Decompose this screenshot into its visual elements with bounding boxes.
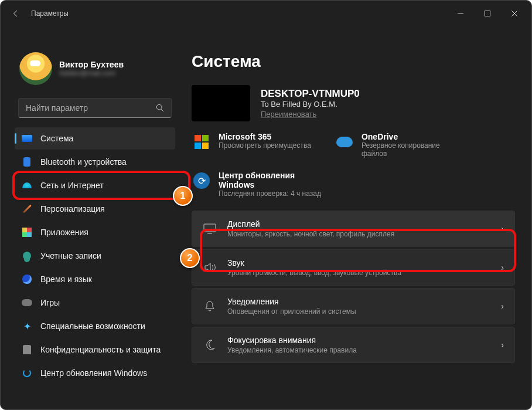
chevron-right-icon: ›	[501, 340, 504, 350]
rename-link[interactable]: Переименовать	[261, 110, 360, 118]
list-item-sub: Уведомления, автоматические правила	[227, 346, 490, 354]
sidebar-item-label: Bluetooth и устройства	[40, 157, 127, 167]
sidebar-item-label: Игры	[40, 298, 60, 307]
onedrive-icon	[335, 132, 354, 152]
user-name: Виктор Бухтеев	[59, 60, 124, 69]
search-input[interactable]	[26, 103, 156, 113]
search-icon	[156, 104, 164, 112]
card-windows-update[interactable]: ⟳ Центр обновления Windows Последняя про…	[192, 171, 321, 198]
maximize-button[interactable]	[474, 4, 501, 23]
apps-icon	[22, 227, 32, 238]
sidebar-item-accessibility[interactable]: ✦Специальные возможности	[15, 315, 175, 337]
person-icon	[22, 250, 32, 261]
step-badge-2: 2	[180, 248, 200, 268]
globe-icon	[22, 274, 32, 284]
window-title: Параметры	[31, 9, 69, 18]
sidebar-item-system[interactable]: Система	[15, 127, 175, 150]
minimize-button[interactable]	[447, 4, 474, 23]
sidebar-item-label: Сеть и Интернет	[40, 181, 104, 190]
card-title: Центр обновления Windows	[219, 171, 318, 189]
update-icon	[22, 368, 32, 378]
sidebar-item-label: Приложения	[40, 228, 88, 237]
avatar	[19, 52, 52, 85]
list-item-title: Фокусировка внимания	[227, 336, 490, 345]
sidebar-item-label: Центр обновления Windows	[40, 368, 147, 378]
sidebar-item-apps[interactable]: Приложения	[15, 221, 175, 243]
settings-list: Дисплей Мониторы, яркость, ночной свет, …	[192, 211, 515, 363]
card-onedrive[interactable]: OneDrive Резервное копирование файлов	[335, 132, 461, 158]
sidebar-item-label: Персонализация	[40, 204, 105, 214]
user-email: hidden@mail.com	[59, 69, 124, 77]
sidebar-item-label: Специальные возможности	[40, 321, 145, 331]
page-title: Система	[192, 52, 515, 71]
ms365-icon	[192, 132, 212, 152]
info-cards: Microsoft 365 Просмотреть преимущества O…	[192, 132, 515, 158]
device-info: DESKTOP-VTNMUP0 To Be Filled By O.E.M. П…	[192, 85, 515, 121]
list-item-title: Дисплей	[227, 219, 490, 229]
card-sub: Последняя проверка: 4 ч назад	[219, 189, 321, 198]
svg-point-1	[156, 104, 162, 110]
nav: Система Bluetooth и устройства Сеть и Ин…	[15, 127, 175, 384]
step-badge-1: 1	[173, 186, 193, 206]
list-item-display[interactable]: Дисплей Мониторы, яркость, ночной свет, …	[192, 211, 515, 247]
card-title: OneDrive	[362, 132, 461, 141]
moon-icon	[203, 339, 217, 351]
display-icon	[203, 223, 217, 234]
windows-update-icon: ⟳	[192, 171, 212, 191]
list-item-sub: Уровни громкости, вывод, ввод, звуковые …	[227, 269, 490, 277]
bell-icon	[203, 300, 217, 312]
back-button[interactable]	[9, 9, 23, 18]
sidebar-item-accounts[interactable]: Учетные записи	[15, 245, 175, 267]
search-box[interactable]	[18, 98, 172, 118]
device-name: DESKTOP-VTNMUP0	[261, 88, 360, 100]
list-item-notifications[interactable]: Уведомления Оповещения от приложений и с…	[192, 288, 515, 324]
sidebar-item-privacy[interactable]: Конфиденциальность и защита	[15, 338, 175, 361]
device-thumbnail	[192, 85, 250, 121]
sidebar: Виктор Бухтеев hidden@mail.com Система B…	[1, 26, 182, 409]
card-title: Microsoft 365	[219, 132, 311, 141]
card-ms365[interactable]: Microsoft 365 Просмотреть преимущества	[192, 132, 311, 158]
chevron-right-icon: ›	[501, 224, 504, 233]
device-oem: To Be Filled By O.E.M.	[261, 100, 360, 109]
list-item-title: Уведомления	[227, 297, 490, 306]
accessibility-icon: ✦	[22, 321, 32, 331]
sound-icon	[203, 262, 217, 273]
shield-icon	[22, 344, 32, 355]
wifi-icon	[22, 180, 32, 191]
settings-window: Параметры Виктор Бухтеев hidden@mail.com	[0, 0, 532, 410]
sidebar-item-personalization[interactable]: Персонализация	[15, 198, 175, 220]
card-sub: Резервное копирование файлов	[362, 141, 461, 158]
main-panel: Система DESKTOP-VTNMUP0 To Be Filled By …	[182, 26, 531, 409]
svg-rect-0	[485, 11, 490, 16]
titlebar: Параметры	[1, 1, 531, 26]
brush-icon	[22, 204, 32, 214]
sidebar-item-label: Время и язык	[40, 275, 92, 284]
sidebar-item-label: Система	[40, 134, 73, 143]
gamepad-icon	[22, 297, 32, 308]
system-icon	[22, 133, 32, 144]
sidebar-item-bluetooth[interactable]: Bluetooth и устройства	[15, 151, 175, 173]
sidebar-item-label: Конфиденциальность и защита	[40, 345, 161, 354]
list-item-sub: Оповещения от приложений и системы	[227, 307, 490, 316]
card-sub: Просмотреть преимущества	[219, 141, 311, 150]
list-item-focus-assist[interactable]: Фокусировка внимания Уведомления, автома…	[192, 327, 515, 363]
sidebar-item-windows-update[interactable]: Центр обновления Windows	[15, 362, 175, 384]
bluetooth-icon	[22, 157, 32, 167]
chevron-right-icon: ›	[501, 263, 504, 272]
user-block[interactable]: Виктор Бухтеев hidden@mail.com	[15, 26, 175, 97]
svg-rect-2	[204, 224, 216, 232]
sidebar-item-network[interactable]: Сеть и Интернет	[15, 174, 175, 196]
close-button[interactable]	[501, 4, 528, 23]
sidebar-item-time-language[interactable]: Время и язык	[15, 268, 175, 290]
list-item-sub: Мониторы, яркость, ночной свет, профиль …	[227, 230, 490, 238]
chevron-right-icon: ›	[501, 301, 504, 311]
sidebar-item-gaming[interactable]: Игры	[15, 292, 175, 314]
sidebar-item-label: Учетные записи	[40, 251, 101, 260]
list-item-sound[interactable]: Звук Уровни громкости, вывод, ввод, звук…	[192, 249, 515, 286]
info-cards-2: ⟳ Центр обновления Windows Последняя про…	[192, 171, 515, 198]
list-item-title: Звук	[227, 258, 490, 267]
